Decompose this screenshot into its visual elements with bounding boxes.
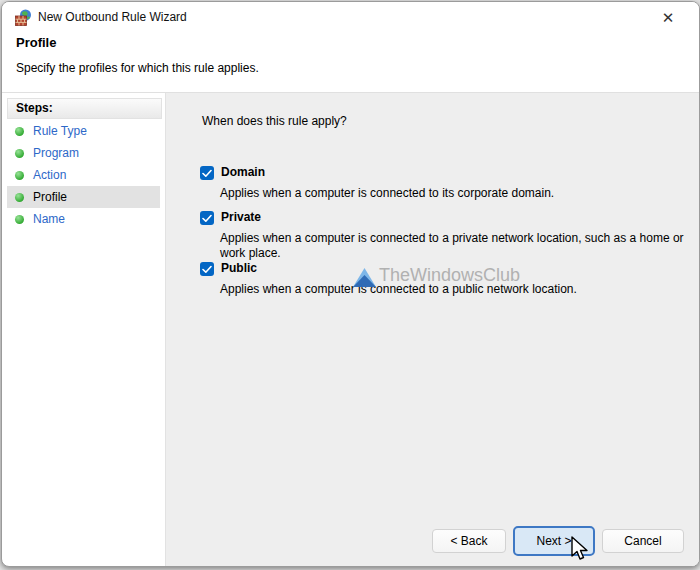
cancel-button[interactable]: Cancel — [602, 529, 684, 553]
sidebar-item-label: Program — [33, 146, 79, 160]
window-title: New Outbound Rule Wizard — [38, 2, 187, 32]
firewall-icon — [15, 9, 32, 26]
page-title: Profile — [16, 35, 56, 50]
public-checkbox[interactable] — [200, 262, 214, 276]
private-description: Applies when a computer is connected to … — [220, 231, 695, 261]
watermark-text: TheWindowsClub — [379, 265, 520, 286]
check-icon — [202, 214, 212, 223]
thewindowsclub-logo-icon — [353, 268, 376, 287]
sidebar-item-label: Rule Type — [33, 124, 87, 138]
step-bullet-icon — [15, 149, 24, 158]
sidebar-item-label: Action — [33, 168, 66, 182]
domain-description: Applies when a computer is connected to … — [220, 186, 695, 201]
public-label: Public — [221, 261, 257, 275]
back-button[interactable]: < Back — [432, 529, 506, 553]
sidebar-item-name[interactable]: Name — [7, 208, 160, 230]
step-bullet-icon — [15, 193, 24, 202]
sidebar-item-label: Name — [33, 212, 65, 226]
check-icon — [202, 169, 212, 178]
wizard-window: New Outbound Rule Wizard ✕ Profile Speci… — [1, 1, 700, 567]
title-bar: New Outbound Rule Wizard ✕ — [2, 2, 699, 32]
close-icon[interactable]: ✕ — [655, 6, 681, 30]
sidebar-item-program[interactable]: Program — [7, 142, 160, 164]
step-bullet-icon — [15, 127, 24, 136]
private-checkbox[interactable] — [200, 211, 214, 225]
check-icon — [202, 265, 212, 274]
main-content-pane — [166, 93, 699, 566]
page-subtitle: Specify the profiles for which this rule… — [16, 61, 259, 75]
domain-checkbox[interactable] — [200, 166, 214, 180]
private-label: Private — [221, 210, 261, 224]
step-bullet-icon — [15, 171, 24, 180]
sidebar-item-label: Profile — [33, 190, 67, 204]
pane-divider — [165, 93, 166, 566]
steps-heading: Steps: — [7, 98, 162, 119]
question-text: When does this rule apply? — [202, 114, 347, 128]
next-button[interactable]: Next > — [513, 526, 595, 556]
sidebar-item-action[interactable]: Action — [7, 164, 160, 186]
domain-label: Domain — [221, 165, 265, 179]
step-bullet-icon — [15, 215, 24, 224]
sidebar-item-rule-type[interactable]: Rule Type — [7, 120, 160, 142]
sidebar-item-profile[interactable]: Profile — [7, 186, 160, 208]
